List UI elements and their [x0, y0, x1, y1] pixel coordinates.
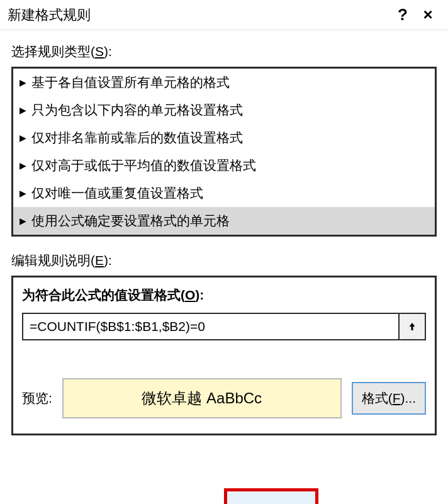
help-icon[interactable]: ?	[390, 5, 415, 25]
rule-type-item[interactable]: ▶仅对唯一值或重复值设置格式	[13, 179, 435, 207]
rule-type-item[interactable]: ▶仅对排名靠前或靠后的数值设置格式	[13, 124, 435, 152]
formula-title: 为符合此公式的值设置格式(O):	[22, 286, 426, 304]
edit-desc-box: 为符合此公式的值设置格式(O): 预览: 微软卓越 AaBbCc 格式(F)..…	[11, 276, 437, 435]
rule-type-item[interactable]: ▶只为包含以下内容的单元格设置格式	[13, 96, 435, 124]
collapse-icon	[406, 321, 418, 332]
rule-type-label: 选择规则类型(S):	[11, 43, 437, 60]
rule-type-list: ▶基于各自值设置所有单元格的格式 ▶只为包含以下内容的单元格设置格式 ▶仅对排名…	[11, 67, 437, 237]
triangle-icon: ▶	[20, 160, 26, 171]
triangle-icon: ▶	[20, 188, 26, 198]
triangle-icon: ▶	[20, 105, 26, 115]
triangle-icon: ▶	[20, 133, 26, 143]
rule-type-item[interactable]: ▶仅对高于或低于平均值的数值设置格式	[13, 152, 435, 179]
triangle-icon: ▶	[20, 77, 26, 87]
rule-type-item[interactable]: ▶基于各自值设置所有单元格的格式	[13, 69, 435, 96]
ok-button-highlight[interactable]	[224, 488, 318, 504]
range-selector-button[interactable]	[398, 313, 426, 340]
formula-input[interactable]	[22, 313, 398, 340]
close-icon[interactable]: ×	[415, 5, 440, 25]
edit-desc-label: 编辑规则说明(E):	[11, 252, 437, 269]
triangle-icon: ▶	[20, 216, 26, 226]
preview-sample: 微软卓越 AaBbCc	[62, 378, 342, 418]
rule-type-item[interactable]: ▶使用公式确定要设置格式的单元格	[13, 207, 435, 235]
format-button[interactable]: 格式(F)...	[352, 382, 426, 415]
dialog-title: 新建格式规则	[8, 6, 390, 25]
preview-label: 预览:	[22, 389, 52, 407]
